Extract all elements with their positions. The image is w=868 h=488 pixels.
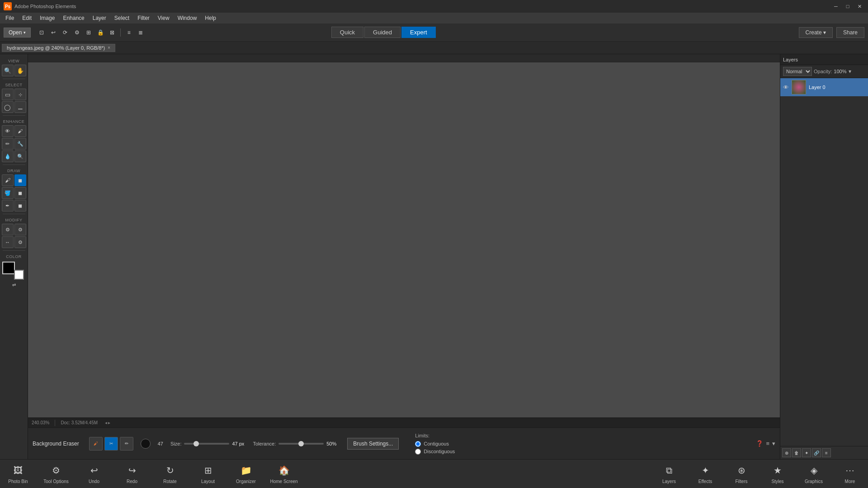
filters-icon: ⊛ — [735, 464, 748, 477]
ellipse-tool[interactable]: ◯ — [2, 101, 14, 113]
modify-section-label: MODIFY — [5, 218, 23, 222]
tab-close[interactable]: × — [108, 45, 110, 50]
rect-select-tool[interactable]: ▭ — [2, 89, 14, 100]
opacity-dropdown-icon[interactable]: ▾ — [849, 68, 851, 75]
eraser-type-2[interactable]: ✂ — [104, 437, 118, 450]
dock-tool-options[interactable]: ⚙ Tool Options — [38, 461, 74, 487]
icon-btn-7[interactable]: ⊠ — [107, 27, 118, 38]
file-tab[interactable]: hydrangeas.jpeg @ 240% (Layer 0, RGB/8*)… — [2, 44, 115, 52]
icon-btn-6[interactable]: 🔒 — [95, 27, 106, 38]
menu-view[interactable]: View — [154, 14, 173, 22]
red-eye-tool[interactable]: ✏ — [2, 138, 14, 150]
status-arrow-left[interactable]: ◂ — [105, 420, 107, 425]
icon-btn-2[interactable]: ↩ — [48, 27, 59, 38]
dock-undo[interactable]: ↩ Undo — [76, 461, 112, 487]
dock-photo-bin[interactable]: 🖼 Photo Bin — [0, 461, 36, 487]
layer-more-btn[interactable]: ≡ — [822, 448, 831, 457]
dock-filters[interactable]: ⊛ Filters — [723, 461, 760, 487]
menu-help[interactable]: Help — [201, 14, 220, 22]
dock-layout[interactable]: ⊞ Layout — [190, 461, 226, 487]
zoom-display: 240.03% — [32, 420, 49, 425]
transform-tool[interactable]: ⚙ — [2, 224, 14, 235]
h-ruler — [28, 54, 780, 62]
dock-redo[interactable]: ↪ Redo — [114, 461, 150, 487]
close-btn[interactable]: ✕ — [854, 2, 864, 10]
icon-btn-1[interactable]: ⊡ — [36, 27, 47, 38]
menu-select[interactable]: Select — [111, 14, 133, 22]
share-button[interactable]: Share — [836, 27, 864, 38]
swap-colors-btn[interactable]: ⇄ — [12, 282, 16, 287]
layout-label: Layout — [201, 479, 215, 484]
hand-tool[interactable]: ✋ — [14, 65, 26, 76]
tolerance-slider[interactable] — [278, 443, 324, 445]
contiguous-radio[interactable] — [415, 441, 421, 447]
shape-tool[interactable]: ◼ — [14, 200, 26, 211]
panel-collapse-icon[interactable]: ▾ — [772, 440, 775, 447]
eraser-type-1[interactable]: 🖌 — [89, 437, 103, 450]
help-icon[interactable]: ❓ — [756, 440, 763, 447]
dock-home-screen[interactable]: 🏠 Home Screen — [266, 461, 302, 487]
spot-heal-tool[interactable]: 🖌 — [14, 125, 26, 137]
icon-btn-3[interactable]: ⟳ — [60, 27, 71, 38]
recompose-tool[interactable]: ⚙ — [14, 236, 26, 248]
dodge-tool[interactable]: 🔍 — [14, 150, 26, 162]
menu-edit[interactable]: Edit — [19, 14, 35, 22]
brush-tool[interactable]: 🖌 — [2, 174, 14, 186]
panel-options-icon[interactable]: ≡ — [766, 440, 769, 447]
create-button[interactable]: Create ▾ — [799, 27, 833, 38]
dock-effects[interactable]: ✦ Effects — [687, 461, 723, 487]
menu-enhance[interactable]: Enhance — [59, 14, 88, 22]
lasso-tool[interactable]: ⊹ — [14, 89, 26, 100]
menu-image[interactable]: Image — [36, 14, 58, 22]
dock-styles[interactable]: ★ Styles — [760, 461, 796, 487]
expert-mode-btn[interactable]: Expert — [401, 27, 436, 38]
icon-btn-5[interactable]: ⊞ — [83, 27, 94, 38]
layer-visibility-icon[interactable]: 👁 — [783, 84, 789, 91]
discontiguous-radio[interactable] — [415, 449, 421, 455]
minimize-btn[interactable]: ─ — [831, 2, 841, 10]
dock-organizer[interactable]: 📁 Organizer — [228, 461, 264, 487]
titlebar-controls[interactable]: ─ □ ✕ — [831, 2, 864, 10]
menu-filter[interactable]: Filter — [134, 14, 153, 22]
menu-file[interactable]: File — [2, 14, 18, 22]
icon-btn-4[interactable]: ⚙ — [71, 27, 82, 38]
layer-item[interactable]: 👁 Layer 0 — [780, 78, 868, 96]
quick-mode-btn[interactable]: Quick — [331, 27, 363, 38]
size-slider[interactable] — [184, 443, 229, 445]
open-button[interactable]: Open ▾ — [4, 28, 31, 38]
eraser-type-3[interactable]: ✏ — [120, 437, 133, 450]
icon-btn-9[interactable]: ≣ — [135, 27, 146, 38]
blur-tool[interactable]: 🔧 — [14, 138, 26, 150]
dock-rotate[interactable]: ↻ Rotate — [152, 461, 188, 487]
blend-mode-select[interactable]: Normal Multiply Screen Overlay — [783, 67, 812, 76]
paint-bucket-tool[interactable]: 🪣 — [2, 187, 14, 199]
crop-tool[interactable]: ⚙ — [14, 224, 26, 235]
menu-layer[interactable]: Layer — [89, 14, 110, 22]
brush-settings-button[interactable]: Brush Settings... — [347, 438, 399, 450]
gradient-tool[interactable]: ◼ — [14, 187, 26, 199]
zoom-tool[interactable]: 🔍 — [2, 65, 14, 76]
sponge-tool[interactable]: 💧 — [2, 150, 14, 162]
eraser-tool[interactable]: ◼ — [14, 174, 26, 186]
layer-link-btn[interactable]: 🔗 — [812, 448, 821, 457]
pencil-tool[interactable]: ✒ — [2, 200, 14, 211]
layer-effects-btn[interactable]: ✦ — [802, 448, 811, 457]
status-arrow-right[interactable]: ▸ — [108, 420, 110, 425]
dock-more[interactable]: ⋯ More — [832, 461, 868, 487]
menu-window[interactable]: Window — [174, 14, 201, 22]
redo-icon: ↪ — [125, 464, 139, 477]
dock-graphics[interactable]: ◈ Graphics — [796, 461, 832, 487]
layer-delete-btn[interactable]: 🗑 — [792, 448, 801, 457]
foreground-color[interactable] — [2, 262, 15, 274]
maximize-btn[interactable]: □ — [843, 2, 853, 10]
eyedrop-tool[interactable]: 👁 — [2, 125, 14, 137]
tool-options-icon: ⚙ — [49, 464, 63, 477]
move-tool[interactable]: ↔ — [2, 236, 14, 248]
dock-layers[interactable]: ⧉ Layers — [651, 461, 687, 487]
guided-mode-btn[interactable]: Guided — [364, 27, 401, 38]
layer-add-btn[interactable]: ⊕ — [782, 448, 791, 457]
tab-filename: hydrangeas.jpeg @ 240% (Layer 0, RGB/8*) — [7, 45, 105, 51]
background-color[interactable] — [14, 270, 24, 280]
icon-btn-8[interactable]: ≡ — [123, 27, 134, 38]
magic-wand-tool[interactable]: ⚊ — [14, 101, 26, 113]
